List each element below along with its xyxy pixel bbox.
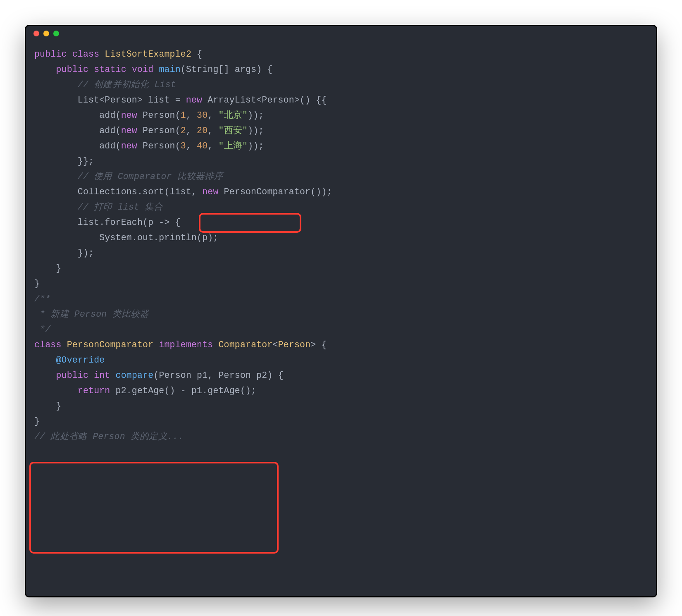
token-keyword: return (78, 386, 110, 396)
token-number: 1 (181, 110, 186, 120)
token: add( (34, 110, 121, 120)
token-string: "西安" (219, 126, 248, 136)
token: )); (248, 141, 264, 151)
code-line: } (34, 414, 648, 429)
token-number: 40 (197, 141, 207, 151)
code-line: // 创建并初始化 List (34, 77, 648, 93)
token (99, 49, 105, 59)
token-function: main (159, 64, 180, 74)
token: , (186, 110, 197, 120)
token: } (34, 263, 62, 273)
code-line: list.forEach(p -> { (34, 215, 648, 230)
token: List<Person> list = (34, 95, 186, 105)
token-comment: */ (34, 325, 50, 334)
token (34, 172, 78, 181)
token: }}; (34, 156, 94, 166)
code-line: }}; (34, 154, 648, 169)
token (110, 370, 115, 380)
token-number: 30 (197, 110, 207, 120)
code-line: Collections.sort(list, new PersonCompara… (34, 184, 648, 200)
token: } (34, 416, 40, 426)
token-class: PersonComparator (67, 340, 154, 350)
code-line: List<Person> list = new ArrayList<Person… (34, 93, 648, 108)
code-line: class PersonComparator implements Compar… (34, 337, 648, 353)
token-keyword: new (121, 141, 137, 151)
token: } (34, 401, 62, 411)
token: Person( (137, 126, 181, 136)
token-number: 2 (181, 126, 186, 136)
maximize-icon[interactable] (53, 31, 59, 36)
token-keyword: class (72, 49, 100, 59)
token: )); (248, 126, 264, 136)
code-line: /** (34, 291, 648, 307)
token (126, 64, 132, 74)
minimize-icon[interactable] (43, 31, 49, 36)
code-line: // 使用 Comparator 比较器排序 (34, 169, 648, 184)
code-line: } (34, 261, 648, 276)
code-line: * 新建 Person 类比较器 (34, 307, 648, 322)
token-keyword: class (34, 340, 62, 350)
token: p2.getAge() - p1.getAge(); (110, 386, 256, 396)
token-string: "北京" (219, 110, 248, 120)
token-keyword: public (34, 49, 67, 59)
token: , (186, 141, 197, 151)
token-keyword: implements (159, 340, 213, 350)
token-keyword: new (202, 187, 218, 197)
token (213, 340, 218, 350)
close-icon[interactable] (33, 31, 39, 36)
token (34, 64, 56, 74)
code-line: } (34, 276, 648, 291)
token-keyword: static (94, 64, 126, 74)
token-function: compare (116, 370, 154, 380)
token: list.forEach(p -> { (34, 217, 181, 227)
token-string: "上海" (219, 141, 248, 151)
token-keyword: new (121, 126, 137, 136)
code-line: add(new Person(1, 30, "北京")); (34, 108, 648, 123)
token (34, 80, 78, 90)
code-line: // 此处省略 Person 类的定义... (34, 429, 648, 444)
code-line: public static void main(String[] args) { (34, 62, 648, 77)
code-line: return p2.getAge() - p1.getAge(); (34, 383, 648, 399)
token (34, 202, 78, 212)
token: , (186, 126, 197, 136)
token (34, 370, 56, 380)
token: > { (310, 340, 327, 350)
token-keyword: int (94, 370, 110, 380)
token: )); (248, 110, 264, 120)
token (34, 386, 78, 396)
token: { (191, 49, 202, 59)
token: , (207, 126, 218, 136)
token: System.out.println(p); (34, 233, 218, 243)
token: , (207, 110, 218, 120)
token-number: 20 (197, 126, 207, 136)
token (153, 64, 159, 74)
token-comment: // 此处省略 Person 类的定义... (34, 432, 184, 442)
code-line: add(new Person(3, 40, "上海")); (34, 138, 648, 154)
token: , (207, 141, 218, 151)
token-keyword: void (132, 64, 153, 74)
token: } (34, 279, 40, 289)
token: < (273, 340, 278, 350)
token: Collections.sort(list, (34, 187, 202, 197)
token: PersonComparator()); (218, 187, 332, 197)
highlight-box-class (29, 462, 279, 554)
token-keyword: new (121, 110, 137, 120)
token-comment: // 打印 list 集合 (78, 202, 163, 212)
token: (String[] args) { (181, 64, 273, 74)
token (67, 49, 72, 59)
code-line: // 打印 list 集合 (34, 200, 648, 215)
token-comment: * 新建 Person 类比较器 (34, 309, 149, 319)
token-keyword: public (56, 64, 88, 74)
token-keyword: new (186, 95, 202, 105)
window-titlebar (26, 26, 656, 41)
token (88, 64, 94, 74)
token: }); (34, 248, 94, 258)
token-keyword: public (56, 370, 88, 380)
code-line: add(new Person(2, 20, "西安")); (34, 123, 648, 138)
token (62, 340, 67, 350)
token (88, 370, 94, 380)
token-comment: // 创建并初始化 List (78, 80, 176, 90)
token-number: 3 (181, 141, 186, 151)
token-comment: /** (34, 294, 50, 304)
code-window: public class ListSortExample2 { public s… (25, 25, 657, 597)
